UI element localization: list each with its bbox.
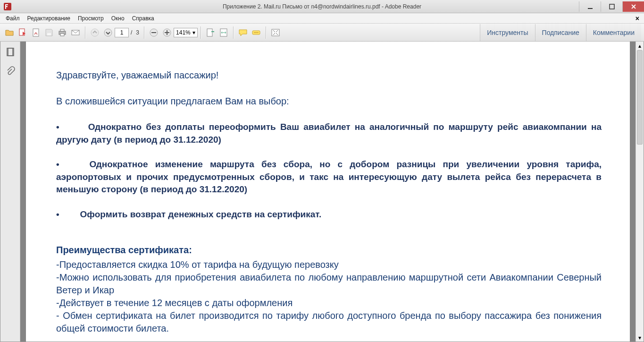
menu-file[interactable]: Файл: [2, 14, 24, 23]
doc-adv-4: - Обмен сертификата на билет производитс…: [56, 309, 602, 335]
menu-view[interactable]: Просмотр: [74, 14, 108, 23]
svg-rect-18: [211, 31, 214, 32]
fit-page-icon[interactable]: [204, 26, 217, 39]
tools-panel-button[interactable]: Инструменты: [480, 24, 535, 41]
export-pdf-icon[interactable]: [16, 26, 29, 39]
scrollbar-thumb[interactable]: [637, 50, 643, 145]
doc-intro: В сложившейся ситуации предлагаем Вам на…: [56, 96, 602, 107]
window-title: Приложение 2. Mail.ru Письмо от n4@nordw…: [0, 3, 644, 10]
nav-sidebar: [0, 42, 20, 342]
read-mode-icon[interactable]: [269, 26, 282, 39]
maximize-button[interactable]: [601, 1, 622, 12]
page-total: 3: [136, 29, 139, 36]
page-down-icon[interactable]: [101, 26, 115, 39]
doc-bullet-2: • Однократное изменение маршрута без сбо…: [56, 158, 602, 196]
doc-adv-3: -Действует в течение 12 месяцев с даты о…: [56, 297, 602, 309]
zoom-select[interactable]: 141% ▾: [174, 28, 198, 37]
comments-panel-button[interactable]: Комментарии: [586, 24, 641, 41]
doc-adv-title: Преимущества сертификата:: [56, 245, 602, 256]
svg-point-10: [91, 29, 99, 36]
page-number-input[interactable]: [115, 28, 129, 37]
create-pdf-icon[interactable]: [29, 26, 42, 39]
zoom-in-icon[interactable]: [160, 26, 174, 39]
svg-rect-1: [588, 8, 593, 9]
svg-rect-17: [207, 29, 212, 36]
page-separator: /: [131, 29, 132, 36]
menu-window[interactable]: Окно: [108, 14, 128, 23]
doc-adv-2: -Можно использовать для приобретения ави…: [56, 271, 602, 297]
print-icon[interactable]: [56, 26, 69, 39]
window-titlebar: Приложение 2. Mail.ru Письмо от n4@nordw…: [0, 0, 644, 13]
open-file-icon[interactable]: [3, 26, 16, 39]
fit-width-icon[interactable]: [217, 26, 230, 39]
app-icon: [3, 2, 12, 11]
sign-panel-button[interactable]: Подписание: [535, 24, 586, 41]
toolbar: / 3 141% ▾ Инструменты Подписание Коммен…: [0, 24, 644, 42]
svg-point-11: [104, 29, 112, 36]
svg-rect-2: [610, 4, 614, 9]
email-icon[interactable]: [69, 26, 82, 39]
doc-bullet-1-text: Однократно без доплаты переоформить Ваш …: [56, 122, 602, 145]
attachments-icon[interactable]: [3, 64, 17, 78]
highlight-icon[interactable]: [250, 26, 263, 39]
thumbnails-icon[interactable]: [3, 45, 17, 60]
menu-edit[interactable]: Редактирование: [24, 14, 74, 23]
svg-rect-16: [167, 30, 167, 35]
svg-rect-5: [47, 33, 51, 35]
doc-bullet-3: • Оформить возврат денежных средств на с…: [56, 208, 602, 221]
doc-bullet-3-text: Оформить возврат денежных средств на сер…: [80, 209, 322, 219]
page-up-icon[interactable]: [88, 26, 101, 39]
pdf-page: Здравствуйте, уважаемый пассажир! В слож…: [26, 42, 630, 342]
close-window-button[interactable]: [622, 1, 644, 12]
scroll-up-icon[interactable]: ▴: [636, 42, 644, 50]
doc-adv-1: -Предоставляется скидка 10% от тарифа на…: [56, 258, 602, 271]
zoom-out-icon[interactable]: [147, 26, 160, 39]
svg-rect-21: [272, 29, 279, 36]
svg-rect-7: [60, 29, 64, 31]
doc-bullet-2-text: Однократное изменение маршрута без сбора…: [56, 159, 602, 194]
chevron-down-icon: ▾: [192, 29, 195, 36]
save-icon[interactable]: [42, 26, 56, 39]
svg-rect-8: [60, 34, 64, 36]
doc-bullet-1: • Однократно без доплаты переоформить Ва…: [56, 121, 602, 146]
minimize-button[interactable]: [579, 1, 601, 12]
doc-greeting: Здравствуйте, уважаемый пассажир!: [56, 70, 602, 81]
document-viewport[interactable]: Здравствуйте, уважаемый пассажир! В слож…: [20, 42, 644, 342]
menubar: Файл Редактирование Просмотр Окно Справк…: [0, 13, 644, 24]
scroll-down-icon[interactable]: ▾: [636, 333, 644, 342]
svg-rect-13: [151, 32, 156, 33]
vertical-scrollbar[interactable]: ▴ ▾: [636, 42, 644, 342]
comment-icon[interactable]: [236, 26, 250, 39]
zoom-value: 141%: [176, 29, 191, 36]
close-document-button[interactable]: ×: [633, 15, 642, 22]
menu-help[interactable]: Справка: [128, 14, 158, 23]
